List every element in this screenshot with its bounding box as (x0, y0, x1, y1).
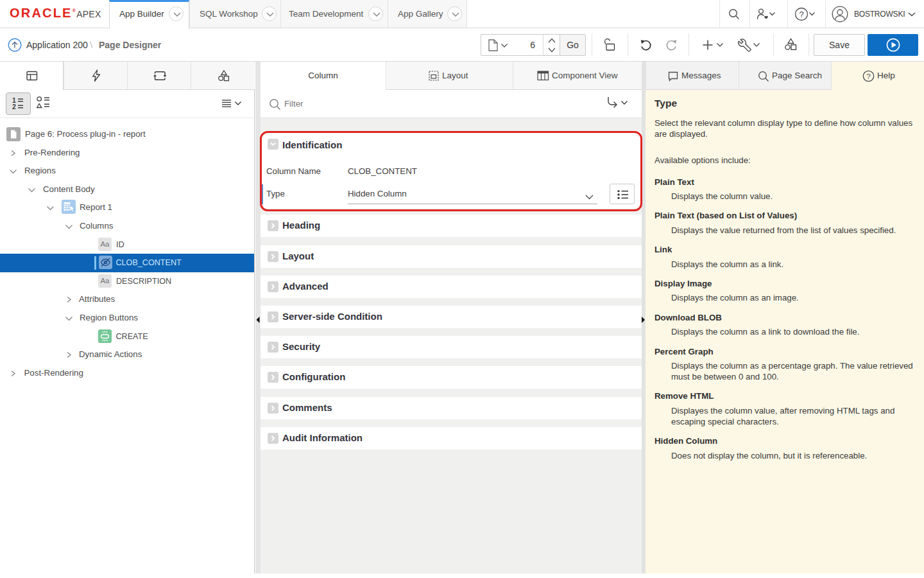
svg-text:2: 2 (12, 103, 16, 110)
svg-text:?: ? (866, 73, 870, 80)
svg-text:?: ? (799, 10, 803, 19)
